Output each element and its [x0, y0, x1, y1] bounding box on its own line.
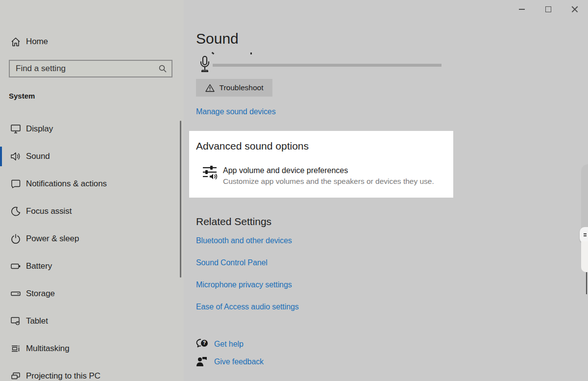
search-input[interactable]: [16, 64, 159, 74]
sidebar-item-sound[interactable]: Sound: [0, 147, 184, 166]
ease-of-access-audio-link[interactable]: Ease of Access audio settings: [196, 303, 299, 311]
sidebar-item-multitasking[interactable]: Multitasking: [0, 339, 184, 358]
sidebar-item-label: Sound: [26, 152, 50, 161]
sidebar-item-display[interactable]: Display: [0, 119, 184, 139]
sidebar-item-label: Focus assist: [26, 206, 72, 216]
get-help-link[interactable]: Get help: [214, 340, 244, 349]
tablet-icon: [11, 311, 21, 331]
speaker-icon: [11, 147, 21, 166]
clipped-text-remnant: [212, 52, 215, 55]
help-bubble-icon: ?: [196, 338, 209, 350]
drive-icon: [11, 284, 21, 304]
sidebar-section-system: System: [9, 92, 35, 100]
notifications-icon: [11, 174, 21, 194]
app-volume-link[interactable]: App volume and device preferences: [223, 166, 348, 175]
app-volume-subtitle: Customize app volumes and the speakers o…: [223, 177, 434, 186]
projecting-icon: [11, 366, 21, 381]
sidebar-item-label: Tablet: [26, 316, 48, 326]
sound-control-panel-link[interactable]: Sound Control Panel: [196, 258, 268, 267]
sidebar: Home System Display Sound: [0, 0, 184, 381]
search-box: [9, 60, 172, 77]
advanced-sound-options-title: Advanced sound options: [196, 140, 309, 152]
edge-flyout-bottom: [581, 241, 588, 272]
main-content: Sound Troubleshoot Manage sound devices: [184, 0, 588, 381]
sidebar-item-home[interactable]: Home: [0, 32, 184, 51]
related-settings-title: Related Settings: [196, 216, 271, 228]
svg-text:?: ?: [203, 340, 206, 346]
grip-dot: [584, 233, 587, 234]
clipped-text-remnant: [250, 52, 252, 54]
sidebar-item-label: Multitasking: [26, 344, 70, 354]
microphone-privacy-link[interactable]: Microphone privacy settings: [196, 280, 292, 289]
sidebar-item-label: Notifications & actions: [26, 179, 107, 189]
sidebar-item-battery[interactable]: Battery: [0, 256, 184, 276]
sidebar-item-label: Storage: [26, 289, 55, 299]
warning-icon: [205, 84, 215, 92]
troubleshoot-label: Troubleshoot: [220, 83, 264, 92]
edge-flyout-top: [581, 164, 588, 233]
sidebar-item-storage[interactable]: Storage: [0, 284, 184, 304]
sidebar-item-label: Projecting to this PC: [26, 371, 100, 381]
sidebar-item-projecting[interactable]: Projecting to this PC: [0, 366, 184, 381]
microphone-icon: [199, 55, 211, 75]
search-icon[interactable]: [159, 65, 167, 73]
troubleshoot-button[interactable]: Troubleshoot: [196, 79, 272, 97]
sidebar-item-label: Display: [26, 124, 53, 134]
feedback-person-icon: [196, 356, 208, 367]
sidebar-item-focus-assist[interactable]: Focus assist: [0, 202, 184, 221]
page-title: Sound: [196, 30, 239, 47]
edge-flyout-line: [586, 272, 587, 294]
microphone-level-meter[interactable]: [213, 64, 441, 67]
multitasking-icon: [11, 339, 21, 358]
bluetooth-devices-link[interactable]: Bluetooth and other devices: [196, 236, 292, 245]
sidebar-item-label: Power & sleep: [26, 234, 79, 244]
display-icon: [11, 119, 21, 139]
sidebar-item-power-sleep[interactable]: Power & sleep: [0, 229, 184, 249]
power-icon: [11, 229, 21, 249]
home-icon: [11, 32, 21, 51]
sidebar-item-label: Battery: [26, 261, 52, 271]
sidebar-scrollbar[interactable]: [180, 121, 181, 278]
sidebar-item-notifications[interactable]: Notifications & actions: [0, 174, 184, 194]
selected-accent-bar: [0, 147, 2, 166]
settings-window: Settings Home System Display: [0, 0, 588, 381]
moon-icon: [11, 202, 21, 221]
sidebar-item-tablet[interactable]: Tablet: [0, 311, 184, 331]
manage-sound-devices-link[interactable]: Manage sound devices: [196, 107, 276, 116]
app-volume-mixer-icon: [202, 165, 220, 180]
sidebar-item-label: Home: [26, 37, 48, 47]
give-feedback-link[interactable]: Give feedback: [214, 357, 264, 366]
battery-icon: [11, 256, 21, 276]
grip-dot: [584, 235, 587, 236]
